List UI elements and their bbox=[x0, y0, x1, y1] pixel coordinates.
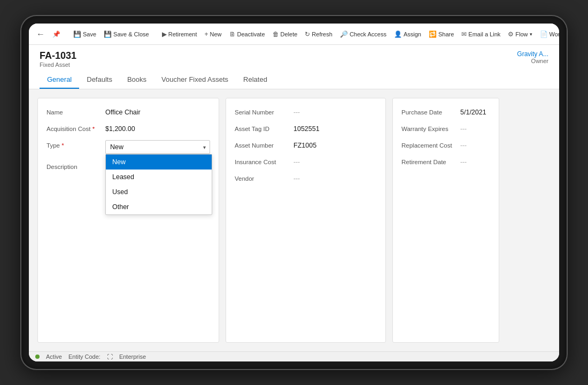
asset-tag-value: 1052551 bbox=[293, 124, 377, 133]
flow-chevron-icon: ▾ bbox=[530, 32, 532, 37]
asset-tag-label: Asset Tag ID bbox=[235, 124, 293, 132]
check-access-button[interactable]: 🔎 Check Access bbox=[337, 28, 390, 40]
refresh-button[interactable]: ↻ Refresh bbox=[301, 28, 336, 40]
tab-voucher[interactable]: Voucher Fixed Assets bbox=[154, 71, 236, 89]
tab-defaults[interactable]: Defaults bbox=[79, 71, 120, 89]
back-button[interactable]: ← bbox=[33, 27, 48, 41]
tab-books[interactable]: Books bbox=[120, 71, 154, 89]
save-button[interactable]: 💾 Save bbox=[70, 28, 99, 40]
asset-number-value: FZ1005 bbox=[293, 140, 377, 149]
new-icon: + bbox=[205, 30, 208, 38]
toolbar: ← 📌 💾 Save 💾 Save & Close ▶ Retirement +… bbox=[29, 24, 559, 45]
retirement-icon: ▶ bbox=[162, 30, 167, 38]
retirement-button[interactable]: ▶ Retirement bbox=[159, 28, 200, 40]
page-identity: FA-1031 Fixed Asset bbox=[40, 50, 76, 68]
flow-button[interactable]: ⚙ Flow ▾ bbox=[505, 28, 535, 40]
dropdown-item-new[interactable]: New bbox=[106, 155, 212, 170]
replacement-cost-row: Replacement Cost --- bbox=[401, 140, 490, 149]
new-button[interactable]: + New bbox=[202, 28, 225, 40]
purchase-date-value: 5/1/2021 bbox=[460, 107, 490, 116]
dropdown-item-leased[interactable]: Leased bbox=[106, 170, 212, 184]
panel-right: Purchase Date 5/1/2021 Warranty Expires … bbox=[392, 98, 499, 343]
owner-info: Gravity A... Owner bbox=[517, 50, 548, 64]
type-row: Type New Leased Used Other ▾ New bbox=[47, 140, 210, 154]
check-access-icon: 🔎 bbox=[340, 30, 348, 38]
tab-related[interactable]: Related bbox=[236, 71, 275, 89]
name-row: Name Office Chair bbox=[47, 107, 210, 116]
warranty-expires-row: Warranty Expires --- bbox=[401, 124, 490, 133]
warranty-expires-value: --- bbox=[460, 124, 490, 133]
owner-name: Gravity A... bbox=[517, 50, 548, 58]
status-bar: Active Entity Code: ⛶ Enterprise bbox=[29, 351, 559, 361]
save-icon: 💾 bbox=[73, 30, 81, 38]
entity-value: Enterprise bbox=[119, 353, 146, 360]
share-icon: 🔁 bbox=[429, 30, 437, 38]
active-status: Active bbox=[46, 353, 62, 360]
insurance-cost-value: --- bbox=[293, 157, 377, 166]
delete-button[interactable]: 🗑 Delete bbox=[269, 28, 301, 40]
insurance-cost-row: Insurance Cost --- bbox=[235, 157, 377, 166]
serial-number-label: Serial Number bbox=[235, 107, 293, 116]
panel-mid: Serial Number --- Asset Tag ID 1052551 A… bbox=[226, 98, 386, 343]
save-close-icon: 💾 bbox=[104, 30, 112, 38]
description-label: Description bbox=[47, 161, 105, 170]
type-dropdown-container: New Leased Used Other ▾ New Leased Used bbox=[105, 140, 210, 154]
tab-general[interactable]: General bbox=[40, 71, 79, 89]
tab-bar: General Defaults Books Voucher Fixed Ass… bbox=[40, 71, 548, 89]
save-close-button[interactable]: 💾 Save & Close bbox=[100, 28, 152, 40]
panel-left: Name Office Chair Acquisition Cost $1,20… bbox=[37, 98, 219, 343]
word-templates-button[interactable]: 📄 Word Templates bbox=[537, 28, 559, 40]
name-label: Name bbox=[47, 107, 105, 116]
serial-number-value: --- bbox=[293, 107, 377, 116]
enterprise-icon: ⛶ bbox=[107, 353, 113, 360]
asset-tag-row: Asset Tag ID 1052551 bbox=[235, 124, 377, 133]
delete-icon: 🗑 bbox=[273, 30, 279, 38]
purchase-date-row: Purchase Date 5/1/2021 bbox=[401, 107, 490, 116]
retirement-date-value: --- bbox=[460, 157, 490, 166]
entity-code-label: Entity Code: bbox=[68, 353, 100, 360]
page-header: FA-1031 Fixed Asset Gravity A... Owner G… bbox=[29, 45, 559, 89]
purchase-date-label: Purchase Date bbox=[401, 107, 460, 116]
owner-role: Owner bbox=[517, 58, 548, 64]
deactivate-button[interactable]: 🗎 Deactivate bbox=[226, 28, 268, 40]
content-area: FA-1031 Fixed Asset Gravity A... Owner G… bbox=[29, 45, 559, 351]
replacement-cost-label: Replacement Cost bbox=[401, 140, 460, 149]
type-label: Type bbox=[47, 140, 105, 149]
serial-number-row: Serial Number --- bbox=[235, 107, 377, 116]
vendor-row: Vendor --- bbox=[235, 173, 377, 182]
acquisition-cost-value: $1,200.00 bbox=[105, 124, 210, 133]
tablet-screen: ← 📌 💾 Save 💾 Save & Close ▶ Retirement +… bbox=[29, 24, 559, 361]
email-link-button[interactable]: ✉ Email a Link bbox=[458, 28, 504, 40]
type-select[interactable]: New Leased Used Other bbox=[105, 140, 210, 154]
tablet-frame: ← 📌 💾 Save 💾 Save & Close ▶ Retirement +… bbox=[21, 16, 567, 369]
page-subtitle: Fixed Asset bbox=[40, 61, 76, 68]
acquisition-cost-label: Acquisition Cost bbox=[47, 124, 105, 132]
vendor-label: Vendor bbox=[235, 173, 293, 182]
name-value: Office Chair bbox=[105, 107, 210, 116]
vendor-value: --- bbox=[293, 173, 377, 182]
form-area: Name Office Chair Acquisition Cost $1,20… bbox=[29, 89, 559, 351]
asset-number-label: Asset Number bbox=[235, 140, 293, 149]
email-icon: ✉ bbox=[461, 30, 467, 38]
word-templates-icon: 📄 bbox=[540, 30, 548, 38]
acquisition-cost-row: Acquisition Cost $1,200.00 bbox=[47, 124, 210, 133]
replacement-cost-value: --- bbox=[460, 140, 490, 149]
pin-button[interactable]: 📌 bbox=[49, 28, 64, 40]
assign-button[interactable]: 👤 Assign bbox=[391, 28, 424, 40]
retirement-date-label: Retirement Date bbox=[401, 157, 460, 165]
pin-icon: 📌 bbox=[52, 30, 60, 38]
share-button[interactable]: 🔁 Share bbox=[425, 28, 457, 40]
refresh-icon: ↻ bbox=[305, 30, 310, 38]
page-title: FA-1031 bbox=[40, 50, 76, 61]
insurance-cost-label: Insurance Cost bbox=[235, 157, 293, 165]
type-dropdown-list: New Leased Used Other bbox=[105, 154, 212, 215]
warranty-expires-label: Warranty Expires bbox=[401, 124, 460, 132]
retirement-date-row: Retirement Date --- bbox=[401, 157, 490, 166]
status-dot-icon bbox=[35, 355, 40, 359]
asset-number-row: Asset Number FZ1005 bbox=[235, 140, 377, 149]
dropdown-item-other[interactable]: Other bbox=[106, 199, 212, 214]
flow-icon: ⚙ bbox=[508, 30, 514, 38]
deactivate-icon: 🗎 bbox=[229, 30, 236, 38]
dropdown-item-used[interactable]: Used bbox=[106, 184, 212, 199]
assign-icon: 👤 bbox=[394, 30, 402, 38]
